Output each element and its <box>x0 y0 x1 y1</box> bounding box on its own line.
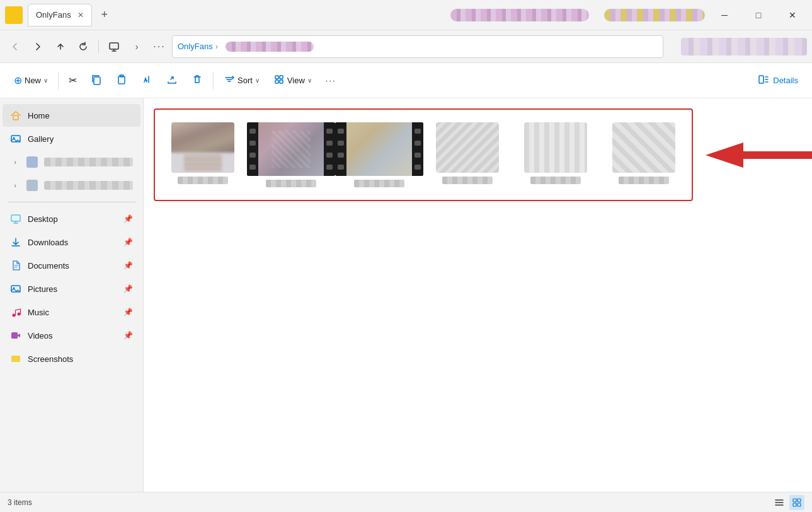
sidebar-item-pictures[interactable]: Pictures 📌 <box>3 277 140 300</box>
sidebar-screenshots-label: Screenshots <box>28 354 73 364</box>
toolbar-separator-2 <box>213 72 214 90</box>
videos-pin-icon: 📌 <box>123 331 133 340</box>
sidebar-item-music[interactable]: Music 📌 <box>3 301 140 323</box>
documents-icon <box>10 260 21 271</box>
sidebar-blurred-item-2[interactable]: › <box>3 174 140 197</box>
more-toolbar-button[interactable]: ··· <box>319 69 343 92</box>
svg-rect-23 <box>798 503 801 506</box>
sidebar-item-home[interactable]: Home <box>3 104 140 127</box>
close-button[interactable]: ✕ <box>778 4 807 26</box>
path-chevron: › <box>215 42 218 51</box>
rename-button[interactable] <box>135 69 159 92</box>
more-nav-button[interactable]: ··· <box>149 37 169 57</box>
svg-rect-9 <box>13 115 18 120</box>
file-item-photo1[interactable] <box>165 120 241 190</box>
new-tab-button[interactable]: + <box>94 5 115 25</box>
paste-button[interactable] <box>110 69 134 92</box>
maximize-button[interactable]: □ <box>744 4 773 26</box>
sort-button[interactable]: Sort ∨ <box>217 69 266 92</box>
sidebar-blurred-icon-1 <box>26 156 38 168</box>
search-blurred <box>681 38 807 55</box>
svg-rect-20 <box>793 499 796 502</box>
sidebar-music-label: Music <box>28 308 49 317</box>
sidebar-item-gallery[interactable]: Gallery <box>3 127 140 150</box>
copy-icon <box>91 74 102 87</box>
sidebar-videos-label: Videos <box>28 331 53 340</box>
sidebar-item-desktop[interactable]: Desktop 📌 <box>3 207 140 230</box>
sidebar-item-documents[interactable]: Documents 📌 <box>3 254 140 277</box>
red-arrow <box>706 139 812 171</box>
minimize-button[interactable]: ─ <box>710 4 739 26</box>
view-label: View <box>287 76 305 85</box>
copy-button[interactable] <box>84 69 108 92</box>
monitor-button[interactable] <box>104 37 124 57</box>
file-item-video2[interactable] <box>341 120 417 190</box>
documents-pin-icon: 📌 <box>123 261 133 270</box>
paste-icon <box>116 74 127 87</box>
grid-view-button[interactable] <box>789 495 804 510</box>
list-view-button[interactable] <box>772 495 787 510</box>
sidebar-item-screenshots[interactable]: Screenshots <box>3 347 140 370</box>
sidebar-expand-1: › <box>10 157 20 167</box>
view-icon <box>273 74 285 87</box>
sidebar-item-downloads[interactable]: Downloads 📌 <box>3 231 140 253</box>
title-blurred-2 <box>604 9 705 21</box>
item-count: 3 items <box>8 498 32 507</box>
blurred1-thumbnail <box>436 122 499 173</box>
sidebar: Home Gallery › › Desktop 📌 <box>0 98 144 492</box>
address-bar[interactable]: OnlyFans › <box>172 35 663 58</box>
pictures-icon <box>10 283 21 294</box>
svg-rect-6 <box>275 80 278 83</box>
svg-rect-5 <box>280 76 283 79</box>
up-button[interactable] <box>50 37 71 57</box>
tab-label: OnlyFans <box>36 10 71 20</box>
blurred3-name <box>619 177 669 184</box>
delete-button[interactable] <box>185 69 209 92</box>
main-content: Home Gallery › › Desktop 📌 <box>0 98 812 492</box>
sidebar-pictures-label: Pictures <box>28 284 57 294</box>
gallery-icon <box>10 133 21 144</box>
delete-icon <box>192 74 203 87</box>
svg-rect-8 <box>759 76 763 83</box>
downloads-icon <box>10 236 21 248</box>
title-blurred-1 <box>450 9 589 21</box>
breadcrumb-expand-button[interactable]: › <box>127 37 147 57</box>
new-label: New <box>25 76 41 85</box>
view-chevron: ∨ <box>307 77 312 84</box>
view-button[interactable]: View ∨ <box>267 69 318 92</box>
share-button[interactable] <box>160 69 184 92</box>
refresh-button[interactable] <box>73 37 93 57</box>
video2-name <box>354 180 404 187</box>
svg-rect-1 <box>94 77 100 84</box>
video2-thumbnail <box>335 122 423 176</box>
videos-icon <box>10 330 21 341</box>
new-button[interactable]: ⊕ New ∨ <box>8 69 54 92</box>
back-button[interactable] <box>5 37 25 57</box>
video1-thumbnail <box>247 122 335 176</box>
sort-chevron: ∨ <box>255 77 260 84</box>
sidebar-blurred-item-1[interactable]: › <box>3 151 140 173</box>
file-area <box>144 98 812 492</box>
blurred2-name <box>530 177 581 184</box>
details-button[interactable]: Details <box>752 69 804 92</box>
file-item-blurred-3[interactable] <box>606 120 682 190</box>
sidebar-home-label: Home <box>28 111 50 120</box>
cut-button[interactable]: ✂ <box>62 69 83 92</box>
svg-rect-4 <box>275 76 278 79</box>
svg-point-16 <box>18 313 21 316</box>
share-icon <box>166 74 178 87</box>
file-item-blurred-2[interactable] <box>518 120 593 190</box>
file-item-blurred-1[interactable] <box>430 120 505 190</box>
sidebar-documents-label: Documents <box>28 261 69 271</box>
details-label: Details <box>773 76 798 85</box>
tab-onlyfans[interactable]: OnlyFans ✕ <box>28 4 92 26</box>
status-view-icons <box>772 495 804 510</box>
cut-icon: ✂ <box>69 74 77 86</box>
sidebar-item-videos[interactable]: Videos 📌 <box>3 324 140 347</box>
forward-button[interactable] <box>28 37 48 57</box>
tab-close-button[interactable]: ✕ <box>77 11 84 20</box>
svg-rect-2 <box>118 76 125 84</box>
sidebar-blurred-icon-2 <box>26 180 38 191</box>
file-item-video1[interactable] <box>253 120 329 190</box>
sidebar-desktop-label: Desktop <box>28 214 58 224</box>
